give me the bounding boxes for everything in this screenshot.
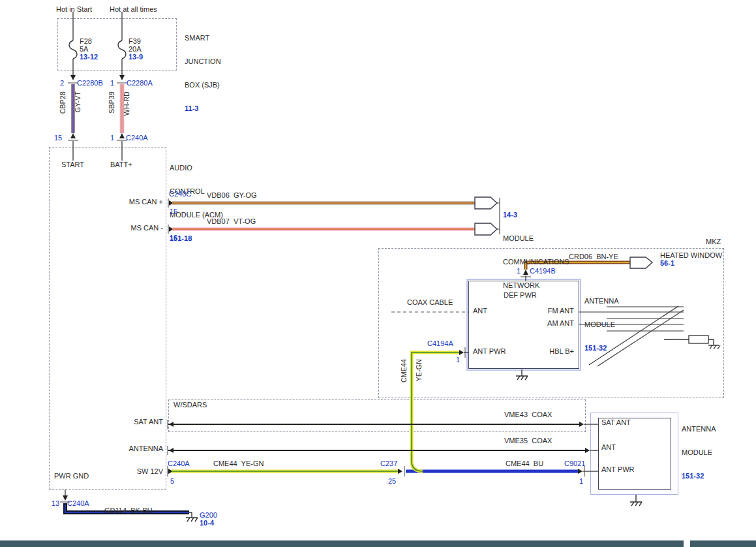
fuse-f39-rating: 20A: [129, 45, 142, 53]
offpage-arrow-icon: [475, 197, 497, 209]
acm-pin-pwr-gnd: PWR GND: [54, 472, 89, 480]
wire-label-crd06: CRD06 BN-YE: [569, 253, 618, 260]
pin-number: 13: [52, 499, 59, 507]
ant-bot-pin-ant-pwr: ANT PWR: [601, 465, 635, 473]
wire-color-ye-gn: YE-GN: [415, 359, 423, 381]
ant-top-title-line: ANTENNA: [584, 297, 619, 305]
pin-number: 15: [54, 134, 62, 142]
acm-pin-sat-ant: SAT ANT: [111, 418, 163, 426]
offpage-arrow-icon: [475, 223, 497, 235]
pin-number: 1: [110, 134, 114, 142]
connector-c240c[interactable]: C240C: [169, 190, 191, 198]
mcn-line: NETWORK: [503, 281, 569, 289]
wire-color-wh-rd: WH-RD: [123, 91, 130, 116]
acm-pin-ms-can-minus: MS CAN -: [111, 224, 163, 232]
ant-top-title-line: MODULE: [584, 320, 619, 328]
fuse-f28-rating: 5A: [80, 45, 88, 53]
connector-c9021[interactable]: C9021: [564, 460, 585, 467]
ground-antenna-module-top-icon: [516, 369, 528, 380]
mcn-page-ref[interactable]: 14-3: [503, 211, 569, 219]
bottom-scrollbar-segment-left[interactable]: [0, 540, 684, 547]
ant-bot-page-ref[interactable]: 151-32: [682, 472, 716, 480]
ground-antenna-module-bottom-icon: [630, 495, 642, 506]
ant-bot-title-line: MODULE: [682, 448, 716, 456]
wire-vme35-coax: [168, 446, 598, 455]
pin-number: 1: [517, 267, 521, 275]
pin-number: 15: [170, 208, 177, 215]
offpage-arrow-icon: [630, 257, 652, 268]
antenna-module-bottom-title: ANTENNA MODULE 151-32: [682, 409, 716, 495]
acm-page-ref[interactable]: 151-18: [170, 234, 223, 242]
wiring-diagram-canvas: Hot in Start Hot at all times F28 5A 13-…: [0, 0, 756, 547]
connector-c4194a[interactable]: C4194A: [427, 339, 453, 347]
acm-pin-start: START: [61, 161, 84, 168]
wire-color-gy-vt: GY-VT: [74, 91, 82, 112]
wire-vme43-coax: [168, 420, 598, 429]
wire-label-cme44-bu: CME44 BU: [506, 460, 543, 467]
fuse-f39-page-ref[interactable]: 13-9: [129, 53, 143, 61]
acm-entry-stubs: [73, 141, 122, 161]
acm-title: AUDIO CONTROL MODULE (ACM) 151-18: [170, 148, 223, 258]
fuse-f28-id: F28: [80, 37, 92, 45]
ant-top-pin-fm-ant: FM ANT: [535, 307, 574, 315]
ant-top-pin-hbl: HBL B+: [535, 347, 574, 355]
connector-c2280a[interactable]: C2280A: [127, 79, 153, 87]
label-hot-at-all-times: Hot at all times: [110, 5, 157, 13]
pin-number: 1: [110, 79, 114, 87]
ant-bot-title-line: ANTENNA: [682, 425, 716, 433]
mcn-line: MODULE: [503, 234, 569, 242]
heated-window-page-ref[interactable]: 56-1: [660, 259, 674, 267]
antenna-resistor-icon: [664, 336, 720, 349]
sdars-option-label: W/SDARS: [174, 401, 207, 409]
wire-circuit-cbp28: CBP28: [59, 91, 67, 114]
heated-window-label: HEATED WINDOW: [660, 251, 722, 259]
label-hot-in-start: Hot in Start: [56, 5, 92, 13]
mkz-option-label: MKZ: [706, 238, 721, 245]
connector-c240a-sw[interactable]: C240A: [168, 460, 190, 467]
wire-label-vdb07: VDB07 VT-OG: [207, 217, 256, 225]
acm-pin-sw12v: SW 12V: [111, 467, 163, 475]
ant-bot-pin-sat-ant: SAT ANT: [601, 418, 631, 426]
coax-cable-label: COAX CABLE: [407, 298, 453, 306]
pin-number: 1: [579, 477, 583, 485]
mcn-line: COMMUNICATIONS: [503, 258, 569, 266]
wire-sw12v-run: [168, 466, 598, 477]
ant-top-pin-ant-pwr: ANT PWR: [473, 347, 506, 355]
ground-page-ref[interactable]: 10-4: [200, 519, 214, 527]
ant-top-pin-ant: ANT: [473, 307, 487, 315]
bottom-scrollbar-segment-right[interactable]: [690, 540, 756, 547]
pin-number: 2: [60, 79, 64, 87]
pin-number: 16: [170, 234, 177, 242]
pin-number: 5: [170, 477, 174, 485]
acm-pin-ms-can-plus: MS CAN +: [111, 198, 163, 206]
ant-bot-pin-ant: ANT: [601, 443, 616, 451]
wire-label-gd114: GD114 BK-BU: [104, 507, 153, 514]
ground-g200-label: G200: [200, 511, 217, 519]
sjb-page-ref[interactable]: 11-3: [185, 104, 221, 112]
ant-top-page-ref[interactable]: 151-32: [584, 344, 619, 352]
module-comm-network-ref: 14-3 MODULE COMMUNICATIONS NETWORK: [503, 195, 569, 305]
fuse-f28-symbol: [69, 40, 77, 59]
connector-c240a-gnd[interactable]: C240A: [67, 499, 89, 507]
ant-top-pin-def-pwr: DEF PWR: [504, 291, 537, 299]
connector-c240a[interactable]: C240A: [126, 134, 148, 142]
wire-label-vdb06: VDB06 GY-OG: [207, 191, 257, 199]
wire-label-vme35: VME35 COAX: [504, 437, 552, 445]
connector-c237[interactable]: C237: [380, 460, 397, 467]
wire-label-vme43: VME43 COAX: [504, 411, 552, 418]
connector-c2280b[interactable]: C2280B: [77, 79, 103, 87]
acm-pin-antenna: ANTENNA: [111, 445, 163, 452]
acm-pin-batt: BATT+: [110, 161, 132, 168]
fuse-f39-symbol: [118, 40, 126, 59]
ant-top-pin-am-ant: AM ANT: [535, 319, 574, 327]
fuse-f39-id: F39: [129, 37, 141, 45]
connector-c4194b[interactable]: C4194B: [530, 267, 556, 275]
wire-circuit-sbp39: SBP39: [108, 91, 115, 114]
antenna-module-top-title: ANTENNA MODULE 151-32: [584, 281, 619, 367]
wire-label-cme44-sw: CME44 YE-GN: [213, 460, 264, 467]
sjb-title-line: SMART: [185, 34, 221, 42]
sjb-title-line: JUNCTION: [185, 57, 221, 65]
network-brace-line: [497, 198, 500, 234]
fuse-f28-page-ref[interactable]: 13-12: [80, 53, 98, 61]
acm-title-line: AUDIO: [170, 164, 223, 172]
